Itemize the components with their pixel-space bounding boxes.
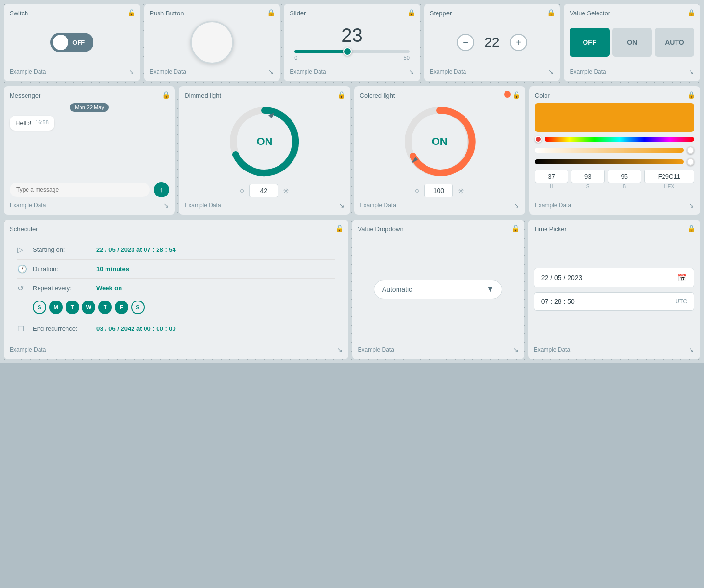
colored-light-arrow-icon[interactable]: ↘ (514, 201, 519, 209)
timepicker-date-value: 22 / 05 / 2023 (541, 274, 583, 282)
slider-arrow-icon[interactable]: ↘ (409, 68, 414, 76)
dimmed-light-arrow-icon[interactable]: ↘ (339, 201, 345, 209)
dimmed-light-card: Dimmed light 🔒 ON ○ ✳ Exam (179, 86, 350, 215)
day-wednesday[interactable]: W (82, 301, 95, 314)
colored-brightness-max-icon: ✳ (458, 186, 464, 196)
color-title: Color (535, 92, 694, 99)
hex-value-box: HEX (644, 170, 694, 189)
time-picker-footer-text: Example Data (534, 346, 570, 353)
scheduler-arrow-icon[interactable]: ↘ (337, 346, 343, 353)
day-thursday[interactable]: T (98, 301, 112, 314)
value-selector-auto-button[interactable]: AUTO (655, 28, 694, 57)
value-selector-arrow-icon[interactable]: ↘ (689, 68, 694, 76)
scheduler-end-label: End recurrence: (33, 325, 91, 332)
sat-slider-row (535, 146, 694, 154)
scheduler-repeat-row: ↺ Repeat every: Week on S M T W T F S (17, 279, 335, 319)
hue-label: H (550, 184, 553, 189)
time-picker-arrow-icon[interactable]: ↘ (689, 346, 694, 353)
push-circle-button[interactable] (190, 21, 234, 64)
colored-light-title: Colored light (360, 92, 519, 99)
scheduler-footer: Example Data ↘ (10, 342, 343, 353)
scheduler-duration-value: 10 minutes (96, 265, 129, 273)
slider-thumb[interactable] (343, 47, 352, 56)
colored-value-input[interactable] (424, 184, 453, 197)
pushbutton-arrow-icon[interactable]: ↘ (268, 68, 274, 76)
hue-slider[interactable] (545, 137, 694, 142)
color-lock-icon: 🔒 (687, 91, 695, 99)
slider-footer-text: Example Data (290, 68, 326, 75)
switch-arrow-icon[interactable]: ↘ (129, 68, 134, 76)
sat-label: S (586, 184, 590, 189)
scheduler-starting-value: 22 / 05 / 2023 at 07 : 28 : 54 (96, 246, 176, 253)
value-dropdown-lock-icon: 🔒 (511, 224, 519, 232)
color-footer: Example Data ↘ (535, 197, 694, 209)
toggle-label: OFF (72, 39, 85, 46)
scheduler-repeat-value: Week on (96, 285, 122, 292)
switch-footer-text: Example Data (10, 68, 46, 75)
day-saturday[interactable]: S (131, 301, 145, 314)
dimmed-light-title: Dimmed light (185, 92, 344, 99)
colored-light-footer: Example Data ↘ (360, 197, 519, 209)
dimmed-value-input[interactable] (249, 184, 278, 197)
day-sunday[interactable]: S (33, 301, 46, 314)
scheduler-lock-icon: 🔒 (335, 224, 344, 232)
scheduler-title: Scheduler (10, 225, 343, 233)
value-selector-title: Value Selector (570, 10, 694, 17)
messenger-footer-text: Example Data (10, 202, 46, 209)
stepper-minus-button[interactable]: − (457, 34, 474, 51)
pushbutton-widget (150, 21, 275, 64)
day-monday[interactable]: M (49, 301, 63, 314)
scheduler-card: Scheduler 🔒 ▷ Starting on: 22 / 05 / 202… (4, 220, 348, 359)
stepper-widget: − 22 + (430, 21, 555, 64)
messenger-widget: Mon 22 May Hello! 16:58 ↑ (10, 103, 169, 197)
time-picker-card: Time Picker 🔒 22 / 05 / 2023 📅 07 : 28 :… (528, 220, 700, 359)
day-tuesday[interactable]: T (66, 301, 79, 314)
colored-light-widget: ON ○ ✳ (360, 103, 519, 197)
dropdown-button[interactable]: Automatic ▼ (374, 280, 503, 299)
stepper-arrow-icon[interactable]: ↘ (548, 68, 554, 76)
scheduler-footer-text: Example Data (10, 346, 46, 353)
hex-label: HEX (664, 184, 675, 189)
stepper-plus-button[interactable]: + (510, 34, 527, 51)
day-friday[interactable]: F (115, 301, 128, 314)
calendar-icon[interactable]: 📅 (677, 273, 687, 282)
timepicker-time-row: 07 : 28 : 50 UTC (534, 292, 694, 311)
hex-input[interactable] (644, 170, 694, 183)
pushbutton-title: Push Button (150, 10, 275, 17)
dropdown-widget: Automatic ▼ (358, 236, 518, 342)
hue-input[interactable] (535, 170, 569, 183)
value-selector-card: Value Selector 🔒 OFF ON AUTO Example Dat… (564, 4, 700, 81)
hue-dot (535, 136, 542, 143)
dropdown-chevron-icon: ▼ (487, 285, 494, 294)
value-selector-off-button[interactable]: OFF (570, 28, 609, 57)
messenger-send-button[interactable]: ↑ (154, 182, 169, 197)
scheduler-checkbox-icon: ☐ (17, 324, 27, 333)
value-selector-on-button[interactable]: ON (612, 28, 652, 57)
messenger-arrow-icon[interactable]: ↘ (163, 201, 169, 209)
color-arrow-icon[interactable]: ↘ (689, 201, 694, 209)
messenger-card: Messenger 🔒 Mon 22 May Hello! 16:58 ↑ Ex… (4, 86, 175, 215)
sat-slider[interactable] (535, 148, 684, 153)
scheduler-starting-label: Starting on: (33, 246, 91, 253)
slider-track[interactable] (294, 50, 410, 53)
slider-footer: Example Data ↘ (290, 64, 414, 76)
value-dropdown-footer-text: Example Data (358, 346, 394, 353)
messenger-bubble: Hello! 16:58 (10, 116, 54, 131)
dimmed-light-state: ON (256, 135, 272, 148)
toggle-switch[interactable]: OFF (50, 33, 93, 52)
slider-title: Slider (290, 10, 414, 17)
value-dropdown-arrow-icon[interactable]: ↘ (513, 346, 518, 353)
switch-widget: OFF (10, 21, 134, 64)
messenger-footer: Example Data ↘ (10, 197, 169, 209)
scheduler-duration-row: 🕐 Duration: 10 minutes (17, 260, 335, 279)
sat-input[interactable] (571, 170, 605, 183)
scheduler-repeat-icon: ↺ (17, 284, 27, 293)
color-card: Color 🔒 (529, 86, 700, 215)
bri-input[interactable] (608, 170, 641, 183)
bri-slider[interactable] (535, 159, 684, 164)
stepper-footer: Example Data ↘ (430, 64, 555, 76)
stepper-value: 22 (480, 35, 504, 50)
messenger-input[interactable] (10, 183, 150, 197)
dimmed-knob-bottom: ○ ✳ (240, 184, 290, 197)
scheduler-clock-icon: 🕐 (17, 264, 27, 274)
